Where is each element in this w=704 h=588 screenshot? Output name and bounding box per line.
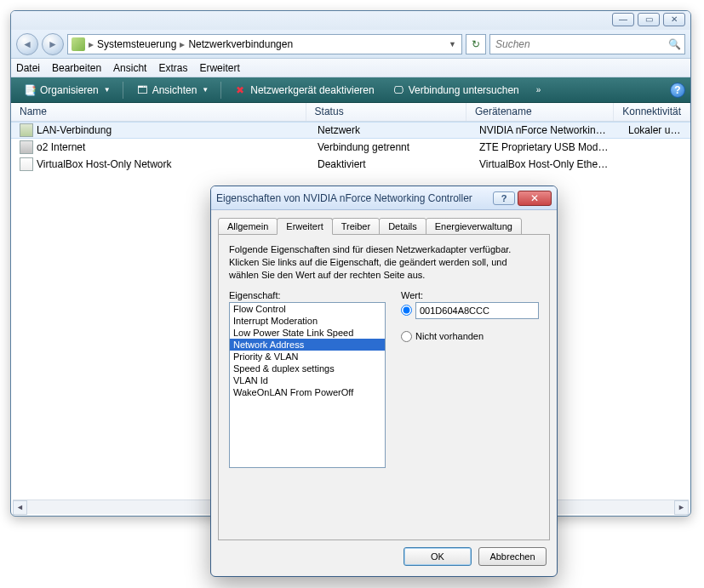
cmd-organize-label: Organisieren bbox=[40, 84, 99, 96]
list-item[interactable]: VLAN Id bbox=[230, 374, 385, 386]
ok-button[interactable]: OK bbox=[404, 547, 472, 566]
value-label: Wert: bbox=[401, 290, 539, 300]
cmd-disable-device[interactable]: ✖ Netzwerkgerät deaktivieren bbox=[226, 82, 381, 99]
dialog-close-button[interactable]: ✕ bbox=[518, 191, 552, 206]
dialog-help-button[interactable]: ? bbox=[493, 191, 515, 205]
column-headers: Name Status Gerätename Konnektivität bbox=[11, 103, 690, 122]
command-separator bbox=[220, 82, 221, 99]
col-conn[interactable]: Konnektivität bbox=[614, 103, 690, 121]
col-status[interactable]: Status bbox=[306, 103, 466, 121]
chevron-right-icon: ▸ bbox=[180, 38, 185, 50]
table-row[interactable]: LAN-VerbindungNetzwerkNVIDIA nForce Netw… bbox=[11, 122, 690, 139]
value-absent-label: Nicht vorhanden bbox=[415, 331, 484, 341]
row-device: ZTE Proprietary USB Modem bbox=[471, 141, 620, 153]
scroll-right-icon[interactable]: ► bbox=[674, 500, 689, 515]
row-name: LAN-Verbindung bbox=[37, 124, 112, 136]
cmd-inspect-connection[interactable]: 🖵 Verbindung untersuchen bbox=[385, 82, 526, 99]
cancel-button[interactable]: Abbrechen bbox=[478, 547, 547, 566]
views-icon: 🗔 bbox=[135, 83, 149, 97]
nav-forward-button[interactable]: ► bbox=[42, 33, 64, 55]
search-box[interactable]: 🔍 bbox=[489, 34, 685, 54]
cmd-disable-label: Netzwerkgerät deaktivieren bbox=[250, 84, 374, 96]
inspect-icon: 🖵 bbox=[392, 83, 405, 97]
dialog-titlebar[interactable]: Eigenschaften von NVIDIA nForce Networki… bbox=[211, 186, 557, 210]
help-button[interactable]: ? bbox=[670, 83, 685, 98]
list-item[interactable]: Flow Control bbox=[230, 303, 385, 315]
menu-bar: Datei Bearbeiten Ansicht Extras Erweiter… bbox=[11, 59, 690, 77]
value-absent-radio[interactable] bbox=[401, 331, 412, 342]
list-item[interactable]: Network Address bbox=[230, 339, 385, 351]
menu-view[interactable]: Ansicht bbox=[113, 62, 146, 74]
address-bar[interactable]: ▸ Systemsteuerung ▸ Netzwerkverbindungen… bbox=[67, 34, 462, 54]
network-adapter-icon bbox=[20, 123, 33, 137]
tab-advanced[interactable]: Erweitert bbox=[277, 218, 332, 235]
col-name[interactable]: Name bbox=[11, 103, 306, 121]
tab-details[interactable]: Details bbox=[379, 218, 426, 235]
row-name: VirtualBox Host-Only Network bbox=[37, 158, 172, 170]
cmd-views[interactable]: 🗔 Ansichten ▼ bbox=[129, 82, 216, 99]
menu-edit[interactable]: Bearbeiten bbox=[52, 62, 101, 74]
breadcrumb-seg-2[interactable]: Netzwerkverbindungen bbox=[188, 38, 293, 50]
list-item[interactable]: Speed & duplex settings bbox=[230, 363, 385, 374]
property-listbox[interactable]: Flow ControlInterrupt ModerationLow Powe… bbox=[229, 302, 386, 468]
chevron-right-icon: ▸ bbox=[89, 38, 94, 50]
row-name: o2 Internet bbox=[37, 141, 85, 153]
col-device[interactable]: Gerätename bbox=[466, 103, 614, 121]
table-row[interactable]: o2 InternetVerbindung getrenntZTE Propri… bbox=[11, 139, 690, 156]
list-item[interactable]: Interrupt Moderation bbox=[230, 315, 385, 327]
list-item[interactable]: WakeOnLAN From PowerOff bbox=[230, 386, 385, 398]
tab-power[interactable]: Energieverwaltung bbox=[426, 218, 522, 235]
search-input[interactable] bbox=[494, 37, 668, 51]
nav-back-button[interactable]: ◄ bbox=[16, 33, 38, 55]
cmd-organize[interactable]: 📑 Organisieren ▼ bbox=[16, 82, 117, 99]
row-device: VirtualBox Host-Only Ethernet A... bbox=[471, 158, 620, 170]
instructions-text: Folgende Eigenschaften sind für diesen N… bbox=[229, 243, 539, 282]
window-titlebar: — ▭ ✕ bbox=[11, 11, 690, 30]
search-icon[interactable]: 🔍 bbox=[668, 38, 681, 50]
breadcrumb-seg-1[interactable]: Systemsteuerung bbox=[97, 38, 176, 50]
table-row[interactable]: VirtualBox Host-Only NetworkDeaktiviertV… bbox=[11, 156, 690, 173]
command-separator bbox=[123, 82, 123, 99]
list-item[interactable]: Low Power State Link Speed bbox=[230, 327, 385, 339]
row-status: Netzwerk bbox=[309, 124, 471, 136]
value-present-radio[interactable] bbox=[401, 305, 412, 316]
refresh-button[interactable]: ↻ bbox=[466, 34, 486, 54]
chevron-down-icon: ▼ bbox=[104, 86, 111, 94]
network-adapter-icon bbox=[20, 140, 33, 154]
organize-icon: 📑 bbox=[23, 83, 37, 97]
cmd-views-label: Ansichten bbox=[152, 84, 197, 96]
menu-advanced[interactable]: Erweitert bbox=[199, 62, 239, 74]
property-label: Eigenschaft: bbox=[229, 290, 386, 300]
tab-driver[interactable]: Treiber bbox=[332, 218, 380, 235]
address-dropdown-icon[interactable]: ▼ bbox=[447, 40, 458, 49]
chevron-down-icon: ▼ bbox=[202, 86, 209, 94]
menu-extras[interactable]: Extras bbox=[158, 62, 187, 74]
scroll-left-icon[interactable]: ◄ bbox=[13, 500, 27, 515]
disable-icon: ✖ bbox=[233, 83, 247, 97]
properties-dialog: Eigenschaften von NVIDIA nForce Networki… bbox=[210, 186, 558, 577]
row-device: NVIDIA nForce Networking Con... bbox=[471, 124, 620, 136]
value-input[interactable] bbox=[415, 302, 539, 319]
menu-file[interactable]: Datei bbox=[16, 62, 40, 74]
tab-page-advanced: Folgende Eigenschaften sind für diesen N… bbox=[218, 234, 550, 540]
list-item[interactable]: Priority & VLAN bbox=[230, 351, 385, 363]
control-panel-icon bbox=[72, 37, 85, 51]
window-minimize-button[interactable]: — bbox=[612, 13, 634, 26]
network-adapter-icon bbox=[20, 157, 33, 171]
connection-list: LAN-VerbindungNetzwerkNVIDIA nForce Netw… bbox=[11, 122, 690, 173]
row-conn: Lokaler und In bbox=[620, 124, 690, 136]
command-bar: 📑 Organisieren ▼ 🗔 Ansichten ▼ ✖ Netzwer… bbox=[11, 77, 690, 103]
row-status: Deaktiviert bbox=[309, 158, 471, 170]
row-status: Verbindung getrennt bbox=[309, 141, 471, 153]
nav-row: ◄ ► ▸ Systemsteuerung ▸ Netzwerkverbindu… bbox=[11, 30, 690, 59]
window-close-button[interactable]: ✕ bbox=[663, 13, 685, 26]
cmd-inspect-label: Verbindung untersuchen bbox=[409, 84, 519, 96]
cmd-overflow[interactable]: » bbox=[529, 85, 548, 94]
tab-strip: Allgemein Erweitert Treiber Details Ener… bbox=[218, 218, 550, 235]
window-maximize-button[interactable]: ▭ bbox=[638, 13, 660, 26]
tab-general[interactable]: Allgemein bbox=[218, 218, 278, 235]
dialog-title: Eigenschaften von NVIDIA nForce Networki… bbox=[216, 192, 472, 204]
